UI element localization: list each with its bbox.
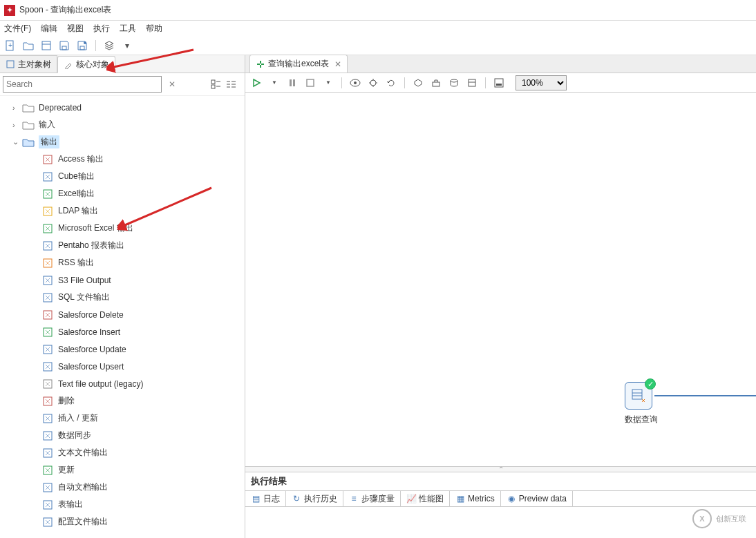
step-type-icon bbox=[41, 275, 54, 286]
step-type-icon bbox=[41, 396, 54, 407]
menu-view[interactable]: 视图 bbox=[67, 23, 84, 35]
menu-help[interactable]: 帮助 bbox=[146, 23, 162, 35]
tree-item[interactable]: 删除 bbox=[0, 392, 245, 410]
svg-rect-41 bbox=[293, 79, 295, 86]
step-type-icon bbox=[41, 413, 54, 424]
left-tabs: 主对象树 核心对象 bbox=[0, 55, 245, 73]
new-file-icon[interactable]: + bbox=[4, 39, 17, 52]
show-results-icon[interactable] bbox=[492, 76, 506, 90]
tree-item[interactable]: Salesforce Insert bbox=[0, 323, 245, 340]
tree-item[interactable]: 表输出 bbox=[0, 496, 245, 513]
history-icon: ↻ bbox=[292, 494, 301, 503]
watermark-icon: X bbox=[692, 509, 712, 528]
tree-item-label: Excel输出 bbox=[58, 188, 95, 200]
tree-item[interactable]: LDAP 输出 bbox=[0, 202, 245, 220]
chevron-down-icon: ⌄ bbox=[12, 137, 22, 146]
collapse-all-icon[interactable] bbox=[225, 78, 238, 90]
tree-item[interactable]: Salesforce Delete bbox=[0, 306, 245, 323]
tree-item[interactable]: S3 File Output bbox=[0, 271, 245, 289]
close-tab-icon[interactable]: ✕ bbox=[334, 59, 341, 69]
editor-tab-label: 查询输出excel表 bbox=[268, 58, 329, 70]
stop-icon[interactable] bbox=[303, 76, 317, 90]
clear-search-icon[interactable]: ✕ bbox=[166, 79, 178, 89]
results-tab-metrics[interactable]: ≡步骤度量 bbox=[343, 491, 401, 506]
menu-file[interactable]: 文件(F) bbox=[4, 23, 31, 35]
explore-db-icon[interactable] bbox=[465, 76, 479, 90]
tree-folder-output[interactable]: ⌄ 输出 bbox=[0, 133, 245, 151]
svg-rect-52 bbox=[469, 79, 475, 86]
pencil-icon bbox=[64, 60, 73, 70]
tab-main-tree[interactable]: 主对象树 bbox=[0, 55, 57, 73]
tree-folder-label: Deprecated bbox=[39, 103, 82, 113]
replay-icon[interactable] bbox=[384, 76, 398, 90]
check-badge-icon: ✓ bbox=[645, 378, 656, 390]
impact-icon[interactable] bbox=[429, 76, 443, 90]
tab-core-objects[interactable]: 核心对象 bbox=[57, 56, 115, 73]
editor-tab[interactable]: 查询输出excel表 ✕ bbox=[249, 55, 348, 73]
tree-item[interactable]: Cube输出 bbox=[0, 168, 245, 185]
tree-item[interactable]: 插入 / 更新 bbox=[0, 410, 245, 427]
pause-icon[interactable] bbox=[285, 76, 299, 90]
save-as-icon[interactable] bbox=[76, 39, 88, 52]
step-type-icon bbox=[41, 258, 54, 269]
folder-icon bbox=[22, 120, 35, 130]
step-type-icon bbox=[41, 430, 54, 441]
tree-item[interactable]: Access 输出 bbox=[0, 151, 245, 168]
tree-item[interactable]: 配置文件输出 bbox=[0, 513, 245, 530]
step-type-icon bbox=[41, 292, 54, 303]
splitter[interactable]: ⌃ bbox=[245, 466, 756, 472]
tree-item[interactable]: 数据同步 bbox=[0, 427, 245, 444]
svg-rect-42 bbox=[307, 79, 314, 86]
perspective-icon[interactable] bbox=[103, 39, 115, 52]
zoom-select[interactable]: 100% bbox=[516, 75, 567, 90]
verify-icon[interactable] bbox=[411, 76, 425, 90]
tree-folder-input[interactable]: › 输入 bbox=[0, 116, 245, 133]
search-input[interactable] bbox=[3, 76, 162, 93]
results-tab-metrics2[interactable]: ▦Metrics bbox=[450, 491, 501, 506]
results-tab-perf[interactable]: 📈性能图 bbox=[401, 491, 450, 506]
tree-item[interactable]: SQL 文件输出 bbox=[0, 289, 245, 306]
stop-dropdown-icon[interactable]: ▼ bbox=[321, 76, 335, 90]
explore-icon[interactable] bbox=[40, 39, 53, 52]
save-icon[interactable] bbox=[58, 39, 70, 52]
open-file-icon[interactable] bbox=[22, 39, 35, 52]
folder-icon bbox=[22, 137, 35, 147]
tree-item-label: Access 输出 bbox=[58, 153, 104, 165]
step-type-icon bbox=[41, 361, 54, 372]
sql-icon[interactable] bbox=[447, 76, 461, 90]
tree-item[interactable]: Text file output (legacy) bbox=[0, 375, 245, 392]
main-toolbar: + ▾ bbox=[0, 36, 756, 55]
tree-item[interactable]: Excel输出 bbox=[0, 185, 245, 202]
menu-edit[interactable]: 编辑 bbox=[41, 23, 57, 35]
results-tab-preview[interactable]: ◉Preview data bbox=[501, 491, 573, 506]
tree-item[interactable]: 文本文件输出 bbox=[0, 444, 245, 461]
tree-folder-label: 输出 bbox=[39, 135, 59, 148]
expand-all-icon[interactable] bbox=[210, 78, 223, 90]
run-icon[interactable] bbox=[249, 76, 263, 90]
tree-item[interactable]: 更新 bbox=[0, 461, 245, 479]
tree-item[interactable]: Pentaho 报表输出 bbox=[0, 237, 245, 254]
debug-icon[interactable] bbox=[366, 76, 380, 90]
menu-tools[interactable]: 工具 bbox=[120, 23, 136, 35]
preview-icon[interactable] bbox=[348, 76, 362, 90]
tree-item[interactable]: Salesforce Upsert bbox=[0, 358, 245, 375]
results-tab-history[interactable]: ↻执行历史 bbox=[286, 491, 343, 506]
tree-item[interactable]: 自动文档输出 bbox=[0, 479, 245, 496]
step-data-query[interactable]: ✓ 数据查询 bbox=[625, 382, 652, 425]
app-icon: ✦ bbox=[4, 5, 15, 16]
tree-folder-deprecated[interactable]: › Deprecated bbox=[0, 99, 245, 116]
run-dropdown-icon[interactable]: ▼ bbox=[267, 76, 281, 90]
tree-item-label: Salesforce Upsert bbox=[58, 362, 124, 372]
hop-line[interactable] bbox=[654, 395, 756, 396]
tree-item[interactable]: Salesforce Update bbox=[0, 340, 245, 358]
tree-item[interactable]: Microsoft Excel 输出 bbox=[0, 220, 245, 237]
step-type-icon bbox=[41, 189, 54, 200]
menu-run[interactable]: 执行 bbox=[93, 23, 110, 35]
tree-item[interactable]: RSS 输出 bbox=[0, 254, 245, 271]
tree-icon bbox=[6, 59, 15, 69]
tree-item-label: 自动文档输出 bbox=[58, 481, 108, 493]
perspective-dropdown-icon[interactable]: ▾ bbox=[121, 39, 133, 52]
canvas[interactable]: ✓ 数据查询 X ✓ 查询结果 bbox=[245, 93, 756, 466]
results-tab-log[interactable]: ▤日志 bbox=[245, 491, 286, 506]
results-tab-label: 性能图 bbox=[419, 493, 444, 505]
